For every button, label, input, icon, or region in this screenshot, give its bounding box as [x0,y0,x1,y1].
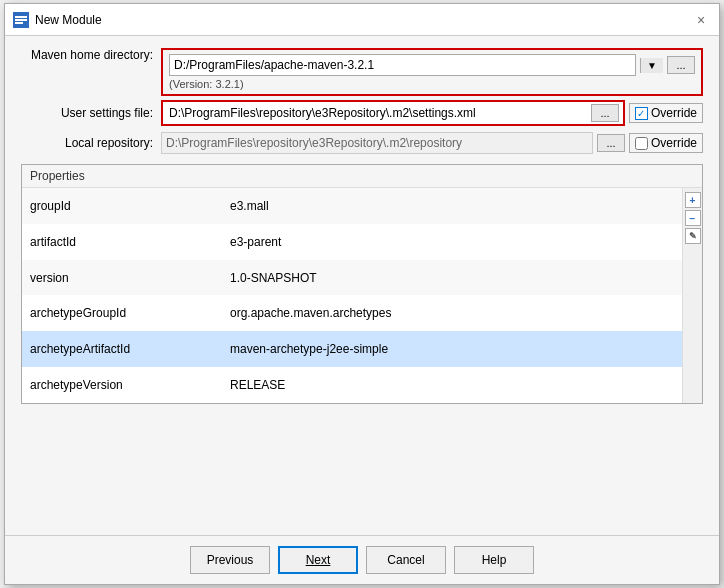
remove-property-button[interactable]: − [685,210,701,226]
user-settings-label: User settings file: [21,106,161,120]
maven-version: (Version: 3.2.1) [169,78,695,90]
property-value: e3.mall [222,188,682,224]
title-bar-left: New Module [13,12,102,28]
property-key: archetypeArtifactId [22,331,222,367]
next-button[interactable]: Next [278,546,358,574]
properties-section: Properties groupIde3.mallartifactIde3-pa… [21,164,703,404]
dialog-footer: Previous Next Cancel Help [5,535,719,584]
user-settings-input[interactable] [167,105,588,121]
new-module-dialog: New Module × Maven home directory: ▼ ...… [4,3,720,585]
property-value: org.apache.maven.archetypes [222,295,682,331]
svg-rect-2 [15,19,27,21]
property-key: version [22,260,222,296]
user-settings-browse[interactable]: ... [591,104,619,122]
local-repo-label: Local repository: [21,136,161,150]
edit-property-button[interactable]: ✎ [685,228,701,244]
properties-header: Properties [22,165,702,188]
table-row[interactable]: groupIde3.mall [22,188,682,224]
maven-home-browse[interactable]: ... [667,56,695,74]
previous-button[interactable]: Previous [190,546,270,574]
table-row[interactable]: archetypeGroupIdorg.apache.maven.archety… [22,295,682,331]
close-button[interactable]: × [691,10,711,30]
local-repo-browse[interactable]: ... [597,134,625,152]
table-row[interactable]: artifactIde3-parent [22,224,682,260]
user-settings-override-label: Override [651,106,697,120]
dialog-body: Maven home directory: ▼ ... (Version: 3.… [5,36,719,535]
maven-home-dropdown[interactable]: ▼ [640,58,663,73]
user-settings-override-checkbox[interactable]: ✓ [635,107,648,120]
property-value: 1.0-SNAPSHOT [222,260,682,296]
maven-home-input[interactable] [169,54,636,76]
dialog-icon [13,12,29,28]
dialog-title: New Module [35,13,102,27]
property-value: e3-parent [222,224,682,260]
help-button[interactable]: Help [454,546,534,574]
local-repo-override-label: Override [651,136,697,150]
property-value: RELEASE [222,367,682,403]
property-key: groupId [22,188,222,224]
svg-rect-1 [15,16,27,18]
title-bar: New Module × [5,4,719,36]
cancel-button[interactable]: Cancel [366,546,446,574]
property-value: maven-archetype-j2ee-simple [222,331,682,367]
property-key: archetypeGroupId [22,295,222,331]
table-row[interactable]: archetypeVersionRELEASE [22,367,682,403]
table-row[interactable]: version1.0-SNAPSHOT [22,260,682,296]
local-repo-override-checkbox[interactable] [635,137,648,150]
properties-content: groupIde3.mallartifactIde3-parentversion… [22,188,702,403]
maven-home-label: Maven home directory: [21,48,161,62]
properties-sidebar: + − ✎ [682,188,702,403]
property-key: archetypeVersion [22,367,222,403]
add-property-button[interactable]: + [685,192,701,208]
property-key: artifactId [22,224,222,260]
svg-rect-3 [15,22,23,24]
properties-table: groupIde3.mallartifactIde3-parentversion… [22,188,682,403]
table-row[interactable]: archetypeArtifactIdmaven-archetype-j2ee-… [22,331,682,367]
local-repo-input [161,132,593,154]
